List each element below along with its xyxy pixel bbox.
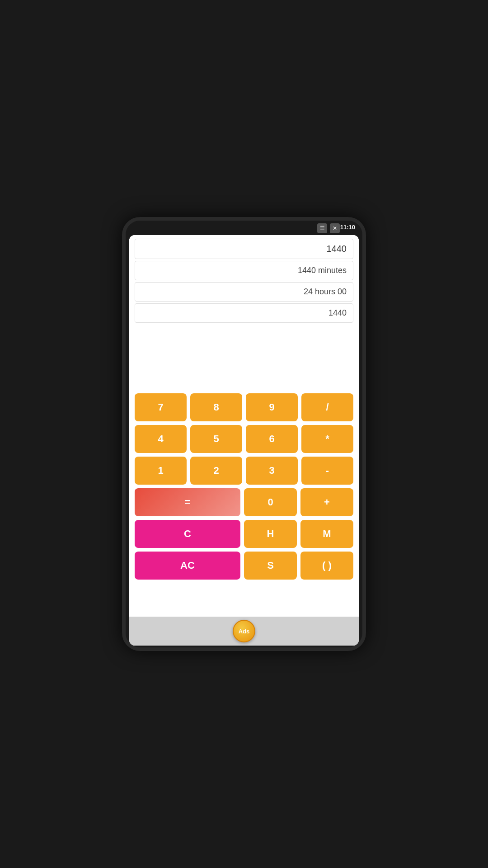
display-row-3: 24 hours 00	[135, 282, 353, 302]
close-button[interactable]: ✕	[330, 223, 340, 233]
key-divide[interactable]: /	[301, 393, 353, 421]
keypad-section: 7 8 9 / 4 5 6 * 1 2 3 - = 0	[129, 390, 359, 585]
keypad-row-1: 7 8 9 /	[135, 393, 353, 421]
display-row-4: 1440	[135, 303, 353, 323]
key-seconds[interactable]: S	[244, 552, 297, 580]
key-multiply[interactable]: *	[301, 425, 353, 453]
key-minutes[interactable]: M	[300, 520, 353, 548]
bottom-spacer	[129, 585, 359, 617]
key-7[interactable]: 7	[135, 393, 187, 421]
key-4[interactable]: 4	[135, 425, 187, 453]
key-clear[interactable]: C	[135, 520, 240, 548]
display-row-1: 1440	[135, 239, 353, 259]
key-minus[interactable]: -	[301, 457, 353, 485]
menu-button[interactable]: ☰	[317, 223, 327, 233]
key-equals[interactable]: =	[135, 488, 240, 516]
key-6[interactable]: 6	[246, 425, 298, 453]
keypad-row-4: = 0 +	[135, 488, 353, 516]
key-5[interactable]: 5	[190, 425, 242, 453]
key-1[interactable]: 1	[135, 457, 187, 485]
display-section: 1440 1440 minutes 24 hours 00 1440	[129, 235, 359, 326]
ads-label: Ads	[239, 628, 250, 635]
app-content: 1440 1440 minutes 24 hours 00 1440 7 8 9…	[129, 235, 359, 646]
phone-frame: ☰ ✕ 🔋 11:10 1440 1440 minutes 24 hours 0…	[122, 217, 366, 651]
key-hours[interactable]: H	[244, 520, 297, 548]
keypad-row-3: 1 2 3 -	[135, 457, 353, 485]
key-parentheses[interactable]: ( )	[300, 552, 353, 580]
spacer	[129, 326, 359, 390]
ads-bar: Ads	[129, 617, 359, 646]
status-bar: ☰ ✕ 🔋 11:10	[126, 221, 362, 233]
menu-icon: ☰	[320, 225, 325, 231]
key-plus[interactable]: +	[300, 488, 353, 516]
key-0[interactable]: 0	[244, 488, 297, 516]
display-row-2: 1440 minutes	[135, 261, 353, 280]
key-8[interactable]: 8	[190, 393, 242, 421]
close-icon: ✕	[333, 225, 337, 231]
keypad-row-6: AC S ( )	[135, 552, 353, 580]
status-time: 11:10	[340, 224, 355, 231]
keypad-row-2: 4 5 6 *	[135, 425, 353, 453]
key-9[interactable]: 9	[246, 393, 298, 421]
key-all-clear[interactable]: AC	[135, 552, 240, 580]
keypad-row-5: C H M	[135, 520, 353, 548]
ads-badge[interactable]: Ads	[233, 620, 255, 642]
key-3[interactable]: 3	[246, 457, 298, 485]
key-2[interactable]: 2	[190, 457, 242, 485]
window-controls: ☰ ✕	[317, 223, 340, 233]
